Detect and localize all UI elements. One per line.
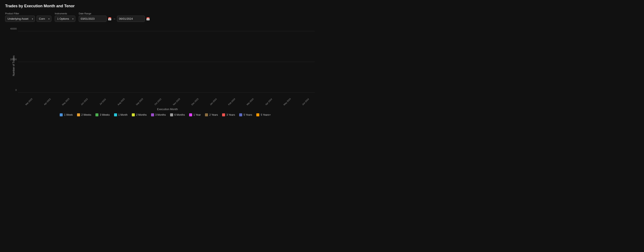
bars-area — [18, 28, 315, 93]
legend-swatch-2weeks — [77, 113, 80, 116]
chart-area: 02000040000 Mar 2023Apr 2023May 2023Jun … — [18, 28, 315, 93]
legend-item-6months: 6 Months — [170, 113, 185, 116]
legend-swatch-2years — [205, 113, 208, 116]
legend-label-5years: 5 Years — [244, 113, 252, 116]
instruments-filter-group: Instruments 1 Options — [55, 12, 75, 22]
legend-label-2weeks: 2 Weeks — [81, 113, 91, 116]
legend-swatch-1week — [60, 113, 63, 116]
legend-item-2months: 2 Months — [132, 113, 146, 116]
legend-label-2years: 2 Years — [209, 113, 218, 116]
legend-label-5yearsplus: 5 Years+ — [260, 113, 271, 116]
x-label: Aug 2023 — [116, 96, 126, 107]
date-range-row: 📅 → 📅 — [79, 16, 150, 22]
corn-wrapper: Corn — [36, 16, 51, 22]
calendar-end-icon: 📅 — [146, 17, 150, 21]
legend-label-1week: 1 Week — [64, 113, 72, 116]
legend-item-2years: 2 Years — [205, 113, 218, 116]
legend-swatch-2months — [132, 113, 135, 116]
legend-item-3years: 3 Years — [222, 113, 235, 116]
legend-item-5years: 5 Years — [239, 113, 252, 116]
corn-select[interactable]: Corn — [36, 16, 51, 22]
y-tick-label: 20000 — [10, 58, 17, 61]
legend-swatch-6months — [170, 113, 173, 116]
x-label: May 2023 — [60, 96, 71, 107]
legend-item-1week: 1 Week — [60, 113, 72, 116]
x-label: May 2024 — [282, 96, 292, 107]
date-start-input[interactable] — [79, 16, 106, 22]
x-label: Apr 2024 — [263, 96, 274, 107]
calendar-start-icon: 📅 — [108, 17, 112, 21]
x-label: Sep 2023 — [134, 96, 145, 107]
y-tick-label: 0 — [16, 89, 17, 91]
legend-swatch-5yearsplus — [256, 113, 259, 116]
legend-item-2weeks: 2 Weeks — [77, 113, 91, 116]
legend-swatch-3weeks — [96, 113, 98, 116]
product-filter-group: Product Filter Underlying Asset Corn — [5, 12, 51, 22]
legend-item-3weeks: 3 Weeks — [96, 113, 110, 116]
instruments-label: Instruments — [55, 12, 75, 15]
x-axis-title: Execution Month — [5, 107, 317, 111]
product-filter-label: Product Filter — [5, 12, 51, 15]
instruments-select[interactable]: 1 Options — [55, 16, 75, 22]
x-label: Jan 2024 — [208, 96, 219, 107]
legend-label-3months: 3 Months — [155, 113, 166, 116]
x-label: Oct 2023 — [152, 96, 163, 107]
y-tick-label: 40000 — [10, 27, 17, 30]
legend-swatch-3years — [222, 113, 225, 116]
x-label: Dec 2023 — [190, 96, 200, 107]
legend-label-1year: 1 Year — [194, 113, 201, 116]
legend-label-1month: 1 Month — [118, 113, 128, 116]
legend-label-6months: 6 Months — [174, 113, 185, 116]
x-label: Jun 2024 — [300, 96, 311, 107]
x-labels: Mar 2023Apr 2023May 2023Jun 2023Jul 2023… — [18, 101, 315, 103]
legend-swatch-1month — [114, 113, 117, 116]
legend-item-1year: 1 Year — [189, 113, 201, 116]
legend-swatch-1year — [189, 113, 192, 116]
filter-row: Product Filter Underlying Asset Corn Ins… — [5, 12, 317, 22]
page-title: Trades by Execution Month and Tenor — [5, 4, 317, 8]
legend-swatch-3months — [151, 113, 154, 116]
x-label: Mar 2024 — [245, 96, 256, 107]
underlying-asset-wrapper: Underlying Asset — [5, 16, 35, 22]
instruments-wrapper: 1 Options — [55, 16, 75, 22]
date-range-label: Date Range — [79, 12, 150, 15]
x-label: Apr 2023 — [42, 96, 53, 107]
underlying-asset-select[interactable]: Underlying Asset — [5, 16, 35, 22]
legend-label-3years: 3 Years — [226, 113, 235, 116]
chart-container: Number of Trades 02000040000 Mar 2023Apr… — [5, 26, 317, 105]
x-label: Jul 2023 — [97, 96, 108, 107]
x-label: Feb 2024 — [226, 96, 237, 107]
date-range-group: Date Range 📅 → 📅 — [79, 12, 150, 22]
legend-label-3weeks: 3 Weeks — [100, 113, 110, 116]
arrow-icon: → — [113, 17, 116, 21]
legend-item-3months: 3 Months — [151, 113, 166, 116]
legend-label-2months: 2 Months — [136, 113, 146, 116]
legend-item-5yearsplus: 5 Years+ — [256, 113, 271, 116]
legend-swatch-5years — [239, 113, 242, 116]
date-end-input[interactable] — [117, 16, 145, 22]
x-label: Nov 2023 — [171, 96, 182, 107]
legend-item-1month: 1 Month — [114, 113, 128, 116]
legend: 1 Week2 Weeks3 Weeks1 Month2 Months3 Mon… — [5, 113, 317, 116]
x-label: Mar 2023 — [24, 96, 34, 107]
x-label: Jun 2023 — [79, 96, 90, 107]
